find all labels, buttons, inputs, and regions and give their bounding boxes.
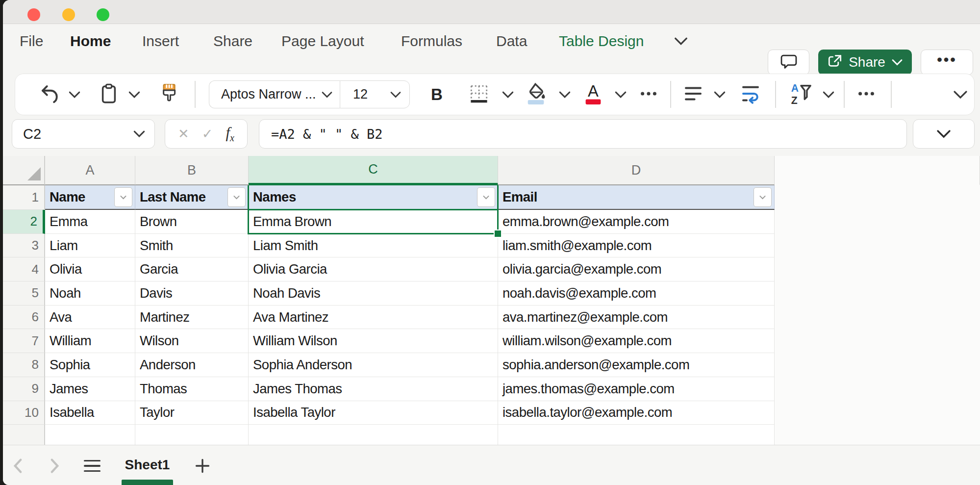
cell-A7[interactable]: William	[45, 329, 135, 353]
next-sheet-button[interactable]	[46, 457, 64, 475]
row-number-4[interactable]: 4	[3, 257, 45, 281]
tab-insert[interactable]: Insert	[142, 24, 179, 58]
cell-C6[interactable]: Ava Martinez	[249, 306, 498, 330]
fill-color-chevron-icon[interactable]	[558, 74, 571, 115]
cell-D7[interactable]: william.wilson@example.com	[498, 329, 775, 353]
more-options-button[interactable]: •••	[921, 50, 973, 75]
cell-A5[interactable]: Noah	[45, 281, 135, 306]
minimize-window-button[interactable]	[62, 8, 75, 21]
row-number-10[interactable]: 10	[3, 401, 45, 425]
tabs-overflow-chevron-icon[interactable]	[674, 36, 688, 49]
cell-A3[interactable]: Liam	[45, 234, 135, 258]
cell-C4[interactable]: Olivia Garcia	[249, 257, 498, 281]
tab-page-layout[interactable]: Page Layout	[281, 24, 364, 58]
tab-formulas[interactable]: Formulas	[401, 24, 462, 58]
column-header-C[interactable]: C	[249, 156, 498, 185]
cell-C5[interactable]: Noah Davis	[249, 281, 498, 306]
collapse-ribbon-chevron-icon[interactable]	[953, 74, 968, 115]
alignment-button[interactable]	[682, 74, 704, 115]
insert-function-icon[interactable]: fx	[226, 124, 234, 144]
cell-B10[interactable]: Taylor	[135, 401, 249, 425]
cell-A4[interactable]: Olivia	[45, 257, 135, 281]
previous-sheet-button[interactable]	[9, 457, 26, 475]
tab-data[interactable]: Data	[496, 24, 527, 58]
row-number-8[interactable]: 8	[3, 353, 45, 377]
cell-D8[interactable]: sophia.anderson@example.com	[498, 353, 775, 377]
cell-empty[interactable]	[135, 425, 249, 445]
cell-B3[interactable]: Smith	[135, 234, 249, 258]
cell-D10[interactable]: isabella.taylor@example.com	[498, 401, 775, 425]
close-window-button[interactable]	[27, 8, 40, 21]
column-header-A[interactable]: A	[45, 156, 135, 185]
row-number-7[interactable]: 7	[3, 329, 45, 353]
cell-A2[interactable]: Emma	[45, 210, 135, 234]
cell-empty[interactable]	[45, 425, 135, 445]
cell-B5[interactable]: Davis	[135, 281, 249, 306]
cell-C10[interactable]: Isabella Taylor	[249, 401, 498, 425]
filter-button-name[interactable]	[114, 187, 132, 207]
sort-filter-button[interactable]: AZ	[788, 74, 813, 115]
cell-B2[interactable]: Brown	[135, 210, 249, 234]
confirm-entry-icon[interactable]: ✓	[202, 126, 213, 142]
cell-C9[interactable]: James Thomas	[249, 377, 498, 401]
cell-D6[interactable]: ava.martinez@example.com	[498, 306, 775, 330]
row-number-5[interactable]: 5	[3, 281, 45, 306]
cell-A10[interactable]: Isabella	[45, 401, 135, 425]
row-number-9[interactable]: 9	[3, 377, 45, 401]
cell-D5[interactable]: noah.davis@example.com	[498, 281, 775, 306]
row-number-6[interactable]: 6	[3, 306, 45, 330]
wrap-text-button[interactable]	[739, 74, 762, 115]
borders-button[interactable]	[467, 74, 491, 115]
filter-button-last-name[interactable]	[227, 187, 246, 207]
cell-empty[interactable]	[498, 425, 775, 445]
sort-filter-chevron-icon[interactable]	[822, 74, 835, 115]
formula-bar-input[interactable]: =A2 & " " & B2	[259, 119, 907, 149]
filter-button-names[interactable]	[477, 187, 495, 207]
alignment-chevron-icon[interactable]	[713, 74, 726, 115]
undo-button[interactable]	[39, 74, 61, 115]
cell-B9[interactable]: Thomas	[135, 377, 249, 401]
filter-button-email[interactable]	[754, 187, 772, 207]
row-number-3[interactable]: 3	[3, 234, 45, 258]
cell-empty[interactable]	[249, 425, 498, 445]
cancel-entry-icon[interactable]: ✕	[178, 126, 189, 142]
paste-dropdown-chevron-icon[interactable]	[128, 74, 141, 115]
sheet-tab-sheet1[interactable]: Sheet1	[122, 451, 173, 479]
tab-file[interactable]: File	[20, 24, 43, 58]
header-cell-D1[interactable]: Email	[498, 185, 775, 210]
comments-button[interactable]	[768, 50, 809, 75]
zoom-window-button[interactable]	[97, 8, 109, 21]
borders-chevron-icon[interactable]	[502, 74, 514, 115]
name-box[interactable]: C2	[12, 119, 155, 149]
header-cell-B1[interactable]: Last Name	[135, 185, 249, 210]
cell-C8[interactable]: Sophia Anderson	[249, 353, 498, 377]
cell-D9[interactable]: james.thomas@example.com	[498, 377, 775, 401]
header-cell-C1[interactable]: Names	[249, 185, 498, 210]
cell-A6[interactable]: Ava	[45, 306, 135, 330]
fill-handle[interactable]	[494, 230, 502, 238]
add-sheet-button[interactable]	[192, 456, 213, 476]
cell-B7[interactable]: Wilson	[135, 329, 249, 353]
cell-B6[interactable]: Martinez	[135, 306, 249, 330]
header-cell-A1[interactable]: Name	[45, 185, 135, 210]
cell-D2[interactable]: emma.brown@example.com	[498, 210, 775, 234]
paste-button[interactable]	[98, 74, 120, 115]
cell-A8[interactable]: Sophia	[45, 353, 135, 377]
bold-button[interactable]: B	[431, 74, 443, 115]
share-button[interactable]: Share	[818, 50, 912, 75]
column-header-B[interactable]: B	[135, 156, 249, 185]
cell-C7[interactable]: William Wilson	[249, 329, 498, 353]
tab-table-design[interactable]: Table Design	[559, 24, 644, 58]
more-toolbar-options-button[interactable]	[854, 74, 878, 115]
undo-dropdown-chevron-icon[interactable]	[68, 74, 81, 115]
cell-B4[interactable]: Garcia	[135, 257, 249, 281]
tab-share[interactable]: Share	[213, 24, 252, 58]
all-sheets-menu-button[interactable]	[82, 456, 102, 476]
cell-A9[interactable]: James	[45, 377, 135, 401]
expand-formula-bar-button[interactable]	[913, 119, 975, 149]
cell-D3[interactable]: liam.smith@example.com	[498, 234, 775, 258]
cell-D4[interactable]: olivia.garcia@example.com	[498, 257, 775, 281]
font-color-button[interactable]: A	[581, 74, 605, 115]
cell-B8[interactable]: Anderson	[135, 353, 249, 377]
cell-C3[interactable]: Liam Smith	[249, 234, 498, 258]
